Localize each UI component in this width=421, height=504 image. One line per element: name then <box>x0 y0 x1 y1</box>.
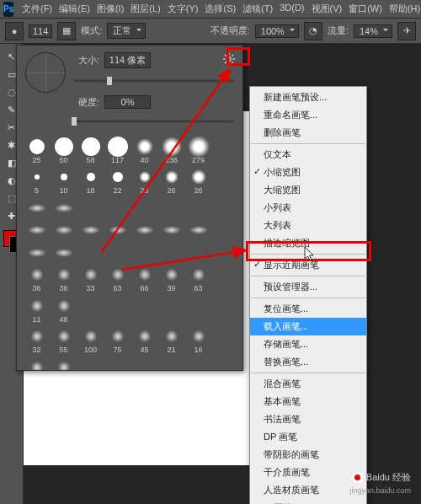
brush-tool-icon[interactable]: ● <box>5 22 24 40</box>
brush-thumbnail[interactable]: 36 <box>52 265 75 292</box>
brush-thumbnail[interactable]: 48 <box>52 297 75 324</box>
menu-item[interactable]: 替换画笔... <box>250 353 366 371</box>
svg-line-6 <box>232 62 233 63</box>
mode-dropdown[interactable]: 正常 <box>107 23 146 39</box>
size-value[interactable]: 114 像素 <box>104 52 151 68</box>
svg-point-0 <box>227 57 231 61</box>
svg-line-5 <box>225 55 226 56</box>
brush-thumbnail[interactable]: 5 <box>25 168 48 195</box>
brush-thumbnail[interactable] <box>133 221 156 239</box>
brush-thumbnail[interactable] <box>25 221 48 239</box>
menu-item[interactable]: 窗口(W) <box>345 1 386 17</box>
menu-item[interactable]: 描边缩览图 <box>250 234 366 252</box>
brush-thumbnail[interactable]: 39 <box>160 265 183 292</box>
menu-item[interactable]: 带阴影的画笔 <box>250 446 366 464</box>
menu-item[interactable]: 图像(I) <box>93 1 127 17</box>
opacity-field[interactable]: 100% <box>255 24 299 38</box>
brush-thumbnail[interactable] <box>25 244 48 262</box>
brush-thumbnail[interactable] <box>52 199 75 217</box>
menu-item[interactable]: 小列表 <box>250 199 366 217</box>
brush-thumbnail[interactable] <box>106 221 129 239</box>
menu-item[interactable]: 视图(V) <box>308 1 346 17</box>
brush-thumbnail[interactable]: 45 <box>133 327 156 354</box>
hardness-slider[interactable] <box>74 115 234 127</box>
svg-line-8 <box>232 55 233 56</box>
brush-thumbnail[interactable] <box>52 244 75 262</box>
brush-preset-picker[interactable]: ▦ <box>57 22 76 40</box>
brush-thumbnail[interactable]: 63 <box>106 265 129 292</box>
menu-item[interactable]: 图层(L) <box>127 1 163 17</box>
menu-item[interactable]: 复位画笔... <box>250 300 366 318</box>
brush-thumbnail[interactable]: 279 <box>187 137 210 164</box>
menu-item[interactable]: 滤镜(T) <box>239 1 276 17</box>
menu-item[interactable]: 仅文本 <box>250 146 366 164</box>
menu-item[interactable]: 书法画笔 <box>250 410 366 428</box>
menu-item[interactable]: 预设管理器... <box>250 278 366 296</box>
svg-line-7 <box>225 62 226 63</box>
menu-item[interactable]: 干介质画笔 <box>250 464 366 481</box>
brush-thumbnail[interactable] <box>52 221 75 239</box>
menu-item[interactable]: 载入画笔... <box>250 318 366 335</box>
menubar: Ps 文件(F)编辑(E)图像(I)图层(L)文字(Y)选择(S)滤镜(T)3D… <box>0 0 421 19</box>
pressure-opacity-icon[interactable]: ◔ <box>304 22 322 40</box>
menu-item[interactable]: 编辑(E) <box>56 1 93 17</box>
brush-thumbnail[interactable]: 16 <box>187 327 210 354</box>
menu-item[interactable]: DP 画笔 <box>250 428 366 446</box>
brush-thumbnail[interactable]: 22 <box>106 168 129 195</box>
airbrush-icon[interactable]: ✈ <box>397 22 416 40</box>
brush-thumbnail[interactable]: 18 <box>79 168 102 195</box>
hardness-value[interactable]: 0% <box>104 95 151 109</box>
brush-thumbnail[interactable]: 58 <box>79 137 102 164</box>
brush-thumbnail[interactable]: 26 <box>133 168 156 195</box>
brush-thumbnail[interactable]: 33 <box>79 265 102 292</box>
brush-thumbnail[interactable]: 50 <box>52 137 75 164</box>
brush-thumbnail[interactable] <box>160 221 183 239</box>
menu-item[interactable]: 小缩览图 <box>250 164 366 181</box>
brush-thumbnail[interactable]: 25 <box>25 137 48 164</box>
menu-item[interactable]: 新建画笔预设... <box>250 88 366 106</box>
brush-thumbnail[interactable]: 10 <box>52 168 75 195</box>
menu-item[interactable]: 大缩览图 <box>250 181 366 199</box>
brush-thumbnail[interactable]: 100 <box>79 327 102 354</box>
menu-item[interactable]: 帮助(H) <box>386 1 421 17</box>
brush-thumbnail[interactable]: 21 <box>160 327 183 354</box>
brush-angle-preview[interactable] <box>25 52 66 93</box>
brush-thumbnail[interactable]: 36 <box>25 265 48 292</box>
mode-label: 模式: <box>81 24 102 37</box>
brush-thumbnail[interactable]: 55 <box>52 327 75 354</box>
gear-icon[interactable] <box>222 52 236 66</box>
brush-thumbnail[interactable]: 26 <box>187 168 210 195</box>
opacity-label: 不透明度: <box>210 24 250 37</box>
flow-field[interactable]: 14% <box>354 24 392 38</box>
menu-item[interactable]: 重命名画笔... <box>250 106 366 124</box>
brush-thumbnail[interactable]: 11 <box>25 297 48 324</box>
brush-thumbnail[interactable]: 40 <box>133 137 156 164</box>
brush-thumbnail[interactable]: 63 <box>187 265 210 292</box>
menu-item[interactable]: 显示近期画笔 <box>250 256 366 274</box>
brush-thumbnail[interactable]: 117 <box>106 137 129 164</box>
brush-thumbnail[interactable] <box>79 221 102 239</box>
menu-item[interactable]: 存储画笔... <box>250 335 366 353</box>
flow-label: 流量: <box>328 24 349 37</box>
menu-item[interactable]: 选择(S) <box>201 1 239 17</box>
menu-item[interactable]: 大列表 <box>250 217 366 234</box>
menu-item[interactable]: 3D(D) <box>276 1 307 17</box>
menu-item[interactable]: 删除画笔 <box>250 124 366 142</box>
size-slider[interactable] <box>74 75 234 87</box>
menu-item[interactable]: 混合画笔 <box>250 375 366 393</box>
brush-thumbnail[interactable]: 66 <box>133 265 156 292</box>
brush-thumbnail[interactable]: 32 <box>25 327 48 354</box>
brush-thumbnail[interactable]: 75 <box>106 327 129 354</box>
menu-item[interactable]: 文字(Y) <box>164 1 202 17</box>
menu-item[interactable]: 基本画笔 <box>250 393 366 410</box>
brush-size-field[interactable]: 114 <box>29 24 52 38</box>
menu-item[interactable]: M 画笔 <box>250 499 366 504</box>
brush-thumbnail[interactable]: 26 <box>160 168 183 195</box>
brush-thumbnail[interactable]: 236 <box>160 137 183 164</box>
brush-thumbnail[interactable]: 43 <box>52 358 75 370</box>
brush-thumbnail[interactable]: 60 <box>25 358 48 370</box>
brush-thumbnail[interactable] <box>187 221 210 239</box>
watermark: Baidu 经验 jingyan.baidu.com <box>349 472 411 496</box>
menu-item[interactable]: 文件(F) <box>19 1 56 17</box>
brush-thumbnail[interactable] <box>25 199 48 217</box>
